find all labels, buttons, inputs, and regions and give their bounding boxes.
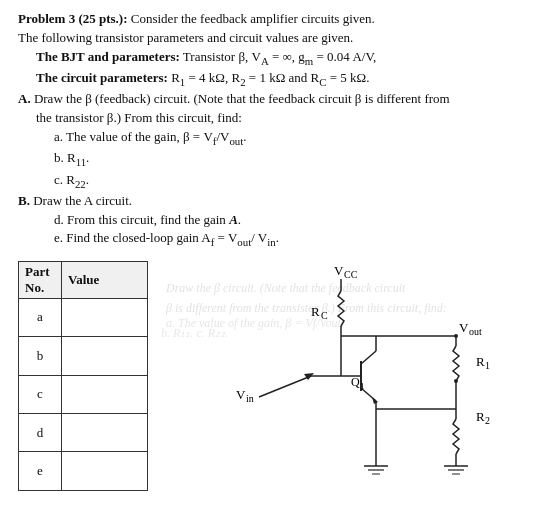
vin-label: V — [236, 387, 246, 402]
partA-line: A. Draw the β (feedback) circuit. (Note … — [18, 90, 542, 109]
table-cell-value-b — [62, 337, 148, 375]
partB-e-eq: = V — [214, 230, 237, 245]
table-row: e — [19, 452, 148, 490]
vcc-sub: CC — [344, 269, 358, 280]
partA-b-line: b. R11. — [54, 149, 542, 170]
partB-d-end: . — [238, 212, 241, 227]
table-row: c — [19, 375, 148, 413]
table-cell-part-e: e — [19, 452, 62, 490]
partA-b-end: . — [86, 150, 89, 165]
rc-sub: C — [319, 76, 326, 88]
problem-header: Problem 3 (25 pts.): — [18, 11, 128, 26]
partA-c-text: R — [63, 172, 75, 187]
partA-letter: A. — [18, 91, 31, 106]
r2-sub: 2 — [485, 415, 490, 426]
q1-emitter-arrow — [372, 397, 378, 404]
partB-d-line: d. From this circuit, find the gain A. — [54, 211, 542, 230]
rc-resistor — [338, 291, 344, 326]
partA-c-end: . — [86, 172, 89, 187]
circuit-params-line: The circuit parameters: R1 = 4 kΩ, R2 = … — [36, 69, 542, 90]
bjt-rest5: = 0.04 A/V, — [313, 49, 376, 64]
q1-label: Q — [351, 375, 360, 389]
circuit-rest: R — [168, 70, 180, 85]
table-cell-part-c: c — [19, 375, 62, 413]
partA-text: Draw the β (feedback) circuit. (Note tha… — [31, 91, 450, 106]
r1-resistor — [453, 346, 459, 381]
partA-a-text: The value of the gain, β = V — [63, 129, 213, 144]
vout-sub: out — [469, 326, 482, 337]
partB-d-text: From this circuit, find the gain — [64, 212, 229, 227]
r2-resistor — [453, 419, 459, 454]
partB-d-letter: d. — [54, 212, 64, 227]
bjt-label: The BJT and parameters: — [36, 49, 180, 64]
partB-line: B. Draw the A circuit. — [18, 192, 542, 211]
partB-e-line: e. Find the closed-loop gain Af = Vout/ … — [54, 229, 542, 250]
partB-letter: B. — [18, 193, 30, 208]
problem-header-line: Problem 3 (25 pts.): Consider the feedba… — [18, 10, 542, 29]
bjt-a-sub: A — [261, 54, 269, 66]
table-cell-part-a: a — [19, 298, 62, 336]
page: Problem 3 (25 pts.): Consider the feedba… — [0, 0, 560, 517]
q1-collector — [361, 351, 376, 364]
r1-sub: 1 — [485, 360, 490, 371]
r1-val: = 4 kΩ, R — [185, 70, 240, 85]
partA-a-letter: a. — [54, 129, 63, 144]
problem-text: Problem 3 (25 pts.): Consider the feedba… — [18, 10, 542, 251]
table-row: a — [19, 298, 148, 336]
vcc-label: V — [334, 263, 344, 278]
r1-label: R — [476, 354, 485, 369]
partA-c-sub: 22 — [75, 177, 86, 189]
partA-a-vout: /V — [216, 129, 229, 144]
vout-label: V — [459, 320, 469, 335]
circuit-area: Draw the β circuit. (Note that the feedb… — [156, 261, 542, 491]
table-cell-value-d — [62, 413, 148, 451]
partA-c-letter: c. — [54, 172, 63, 187]
q1-sub: 1 — [360, 381, 365, 391]
problem-line2: The following transistor parameters and … — [18, 29, 542, 48]
r2-val: = 1 kΩ and R — [246, 70, 320, 85]
table-header-value: Value — [62, 261, 148, 298]
bjt-line: The BJT and parameters: Transistor β, VA… — [36, 48, 542, 69]
partB-e-end: . — [276, 230, 279, 245]
bottom-section: PartNo. Value a b c d — [18, 261, 542, 491]
circuit-label: The circuit parameters: — [36, 70, 168, 85]
rc-label: R — [311, 304, 320, 319]
rc-sub: C — [321, 310, 328, 321]
table-row: b — [19, 337, 148, 375]
partB-e-in-sub: in — [267, 236, 275, 248]
vin-sub: in — [246, 393, 254, 404]
partA-text2: the transistor β.) From this circuit, fi… — [36, 109, 542, 128]
rc-val: = 5 kΩ. — [327, 70, 370, 85]
partA-a-vout2-sub: out — [229, 135, 243, 147]
partA-b-text: R — [64, 150, 76, 165]
table-header-part: PartNo. — [19, 261, 62, 298]
table-cell-part-b: b — [19, 337, 62, 375]
bjt-rest3: = ∞, g — [269, 49, 305, 64]
partB-e-slash: / V — [251, 230, 267, 245]
vin-wire — [259, 376, 311, 397]
part-value-table: PartNo. Value a b c d — [18, 261, 148, 491]
table-cell-value-a — [62, 298, 148, 336]
table-row: d — [19, 413, 148, 451]
partB-e-out-sub: out — [237, 236, 251, 248]
problem-header-rest: Consider the feedback amplifier circuits… — [128, 11, 375, 26]
table-cell-part-d: d — [19, 413, 62, 451]
table-cell-value-c — [62, 375, 148, 413]
r2-label: R — [476, 409, 485, 424]
bjt-m-sub: m — [305, 54, 313, 66]
partB-e-text: Find the closed-loop gain A — [63, 230, 211, 245]
partB-e-letter: e. — [54, 230, 63, 245]
bjt-rest: Transistor β, V — [180, 49, 261, 64]
table-cell-value-e — [62, 452, 148, 490]
partA-b-sub: 11 — [76, 156, 86, 168]
partA-c-line: c. R22. — [54, 171, 542, 192]
partB-text: Draw the A circuit. — [30, 193, 132, 208]
partA-b-letter: b. — [54, 150, 64, 165]
partB-d-a: A — [229, 212, 238, 227]
circuit-diagram: V CC R C — [156, 261, 556, 501]
partA-a-end: . — [243, 129, 246, 144]
partA-a-line: a. The value of the gain, β = Vf/Vout. — [54, 128, 542, 149]
